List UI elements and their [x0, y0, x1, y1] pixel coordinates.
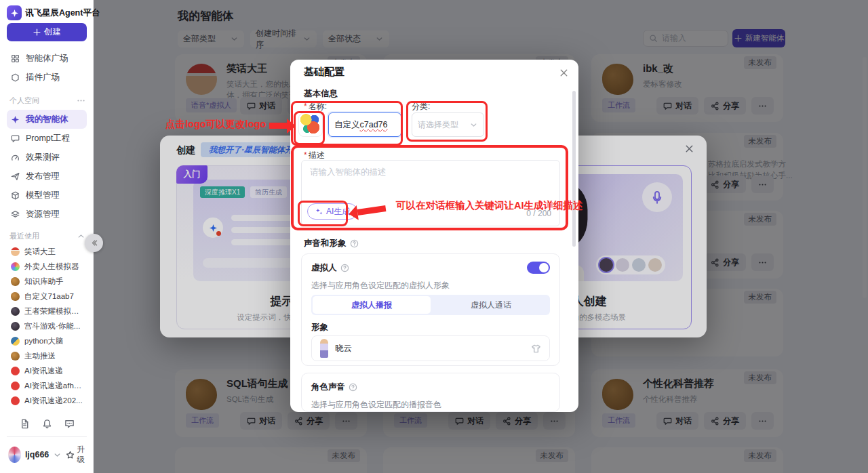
tab-call[interactable]: 虚拟人通话 [432, 295, 550, 315]
recent-item-label: 笑话大王 [24, 247, 56, 257]
sidebar-item[interactable]: 模型管理 [7, 186, 87, 205]
modal-title: 基础配置 [304, 66, 344, 79]
recent-avatar [11, 322, 20, 331]
chevron-down-icon [469, 121, 478, 129]
desc-placeholder: 请输入智能体的描述 [310, 167, 387, 178]
figure-avatar [320, 339, 328, 358]
doc-icon[interactable] [20, 419, 30, 429]
category-label: 分类: [412, 101, 430, 112]
recent-item-label: AI资讯速递 [24, 366, 63, 376]
recent-item-label: 自定义71aab7 [24, 291, 74, 302]
virtual-human-tabs: 虚拟人播报 虚拟人通话 [311, 295, 550, 315]
tab-broadcast[interactable]: 虚拟人播报 [313, 296, 431, 314]
recent-avatar [11, 382, 20, 390]
plugin-icon [11, 73, 20, 82]
chip-resume: 简历生成 [250, 186, 287, 198]
ai-generate-button[interactable]: AI生成 [307, 203, 357, 220]
grid-icon [11, 54, 20, 63]
close-icon[interactable] [684, 144, 694, 154]
user-row[interactable]: ljq666 升级 [8, 445, 87, 465]
sidebar-item-label: 资源管理 [26, 209, 60, 220]
recent-item-label: 知识库助手 [24, 276, 64, 287]
feedback-icon[interactable] [64, 419, 75, 429]
outfit-icon[interactable] [531, 344, 541, 354]
sidebar-item[interactable]: Prompt工程 [7, 129, 87, 148]
name-input[interactable]: 自定义c7ad76 [328, 112, 401, 137]
recent-item-label: 王者荣耀模拟器... [24, 306, 84, 316]
recent-item[interactable]: 宫斗游戏·你能... [7, 318, 88, 333]
recent-group[interactable]: 最近使用 [9, 230, 85, 241]
virtual-human-toggle[interactable] [527, 262, 550, 274]
figure-item[interactable]: 晓云 [311, 335, 550, 361]
sidebar-item[interactable]: 资源管理 [7, 205, 87, 224]
mic-icon [642, 182, 672, 212]
category-select[interactable]: 请选择类型 [412, 112, 484, 137]
layers-icon [11, 210, 20, 219]
sidebar-item[interactable]: 我的智能体 [7, 110, 87, 129]
question-icon [349, 383, 357, 392]
entry-badge: 入门 [176, 165, 208, 184]
username: ljq666 [25, 450, 49, 459]
recent-avatar [11, 247, 20, 256]
spark-logo-icon [203, 218, 223, 238]
upgrade-button[interactable]: 升级 [66, 445, 87, 465]
voice-section: 角色声音 选择与应用角色设定匹配的播报音色 [301, 373, 560, 412]
sidebar-item[interactable]: 插件广场 [7, 68, 87, 87]
recent-item[interactable]: 自定义71aab7 [7, 289, 88, 304]
recent-avatar [11, 262, 20, 271]
figure-label: 形象 [311, 322, 328, 333]
spark-icon [11, 115, 20, 124]
create-button[interactable]: 创建 [7, 23, 87, 41]
more-icon[interactable] [77, 96, 85, 105]
cube-icon [11, 191, 20, 200]
recent-item[interactable]: AI资讯速递202... [7, 393, 88, 408]
plus-icon [33, 28, 41, 37]
sidebar-item-label: 智能体广场 [26, 53, 68, 64]
recent-avatar [11, 307, 20, 316]
recent-avatar [11, 367, 20, 375]
agent-logo[interactable] [298, 112, 323, 137]
sidebar-item-label: 模型管理 [26, 190, 60, 201]
question-icon [350, 239, 359, 248]
gauge-icon [11, 153, 20, 162]
sidebar-collapse-button[interactable] [85, 234, 103, 252]
chip-reasoning: 深度推理X1 [200, 186, 245, 198]
sparkle-icon [315, 207, 323, 216]
recent-avatar [11, 292, 20, 301]
recent-avatar [11, 396, 20, 405]
brand-title: 讯飞星辰Agent平台 [25, 7, 100, 19]
recent-item[interactable]: 外卖人生模拟器 [7, 259, 88, 274]
section-voice-figure: 声音和形象 [304, 238, 359, 249]
recent-item[interactable]: 主动推送 [7, 348, 88, 363]
sidebar-item-label: 插件广场 [26, 72, 60, 83]
bell-icon[interactable] [42, 419, 52, 429]
recent-item[interactable]: 笑话大王 [7, 244, 88, 259]
sidebar-footer [0, 419, 94, 429]
avatar-strip [596, 255, 665, 274]
figure-name: 晓云 [335, 343, 352, 354]
star-icon [66, 451, 75, 459]
sidebar-item[interactable]: 发布管理 [7, 167, 87, 186]
recent-item[interactable]: 知识库助手 [7, 274, 88, 289]
recent-item[interactable]: AI资讯速递 [7, 363, 88, 378]
recent-avatar [11, 352, 20, 361]
recent-item-label: 主动推送 [24, 351, 56, 361]
recent-item[interactable]: 王者荣耀模拟器... [7, 304, 88, 318]
recent-item[interactable]: AI资讯速递afhdgh [7, 378, 88, 393]
sidebar-item[interactable]: 智能体广场 [7, 49, 87, 68]
recent-avatar [11, 277, 20, 286]
recent-item-label: AI资讯速递202... [24, 396, 83, 406]
close-icon[interactable] [559, 68, 569, 78]
recent-item[interactable]: python大脑 [7, 333, 88, 348]
chevron-down-icon [53, 451, 62, 459]
recent-item-label: python大脑 [24, 336, 64, 346]
recent-item-label: 宫斗游戏·你能... [24, 321, 80, 331]
sidebar-item[interactable]: 效果测评 [7, 148, 87, 167]
create-modal-title: 创建 [176, 144, 195, 157]
voice-hint: 选择与应用角色设定匹配的播报音色 [311, 399, 441, 411]
virtual-human-section: 虚拟人 选择与应用角色设定匹配的虚拟人形象 虚拟人播报 虚拟人通话 形象 晓云 [301, 253, 560, 366]
desc-textarea[interactable]: 请输入智能体的描述 AI生成 0 / 200 [301, 160, 560, 226]
modal-scrollbar[interactable] [572, 91, 576, 247]
recent-item-label: 外卖人生模拟器 [24, 262, 79, 272]
sidebar-item-label: 发布管理 [26, 171, 60, 182]
